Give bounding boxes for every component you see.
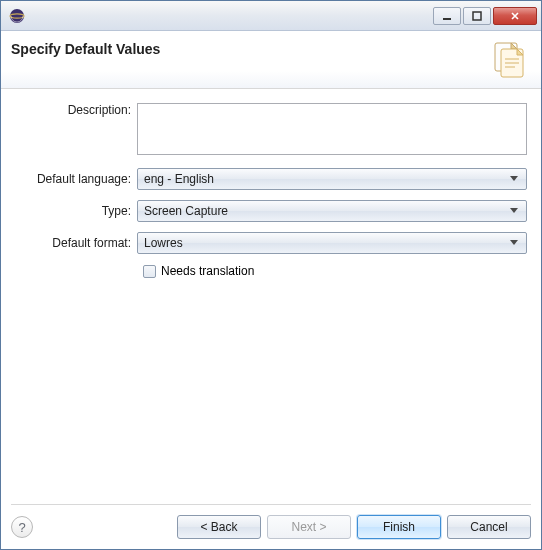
default-format-value: Lowres xyxy=(144,236,506,250)
default-language-combo[interactable]: eng - English xyxy=(137,168,527,190)
chevron-down-icon xyxy=(506,208,522,214)
default-language-label: Default language: xyxy=(15,172,137,186)
back-button[interactable]: < Back xyxy=(177,515,261,539)
wizard-header: Specify Default Values xyxy=(1,31,541,89)
page-title: Specify Default Values xyxy=(11,41,160,57)
type-label: Type: xyxy=(15,204,137,218)
close-button[interactable] xyxy=(493,7,537,25)
next-button: Next > xyxy=(267,515,351,539)
type-combo[interactable]: Screen Capture xyxy=(137,200,527,222)
description-input[interactable] xyxy=(137,103,527,155)
svg-rect-2 xyxy=(443,18,451,20)
titlebar xyxy=(1,1,541,31)
chevron-down-icon xyxy=(506,176,522,182)
svg-point-0 xyxy=(10,9,24,23)
finish-button[interactable]: Finish xyxy=(357,515,441,539)
back-button-label: < Back xyxy=(200,520,237,534)
eclipse-app-icon xyxy=(9,8,25,24)
button-bar: ? < Back Next > Finish Cancel xyxy=(11,504,531,539)
cancel-button[interactable]: Cancel xyxy=(447,515,531,539)
help-icon[interactable]: ? xyxy=(11,516,33,538)
chevron-down-icon xyxy=(506,240,522,246)
cancel-button-label: Cancel xyxy=(470,520,507,534)
svg-rect-3 xyxy=(473,12,481,20)
type-value: Screen Capture xyxy=(144,204,506,218)
needs-translation-checkbox[interactable] xyxy=(143,265,156,278)
form-area: Description: Default language: eng - Eng… xyxy=(1,89,541,278)
finish-button-label: Finish xyxy=(383,520,415,534)
default-format-label: Default format: xyxy=(15,236,137,250)
default-format-combo[interactable]: Lowres xyxy=(137,232,527,254)
default-language-value: eng - English xyxy=(144,172,506,186)
description-label: Description: xyxy=(15,103,137,117)
minimize-button[interactable] xyxy=(433,7,461,25)
wizard-banner-icon xyxy=(487,37,531,81)
maximize-button[interactable] xyxy=(463,7,491,25)
next-button-label: Next > xyxy=(291,520,326,534)
needs-translation-label: Needs translation xyxy=(161,264,254,278)
